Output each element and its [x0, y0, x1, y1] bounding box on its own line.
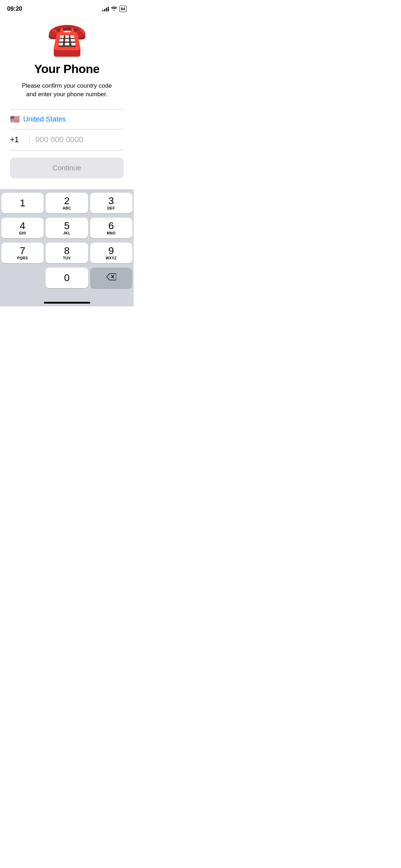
key-delete[interactable]	[90, 268, 132, 288]
key-2[interactable]: 2 ABC	[46, 193, 88, 213]
key-4[interactable]: 4 GHI	[1, 218, 43, 238]
country-name: United States	[23, 115, 66, 123]
battery-level: 84	[121, 7, 125, 11]
keyboard-row-3: 7 PQRS 8 TUV 9 WXYZ	[1, 243, 132, 263]
wifi-icon	[111, 6, 117, 12]
page-title: Your Phone	[14, 62, 119, 76]
key-7[interactable]: 7 PQRS	[1, 243, 43, 263]
key-0[interactable]: 0	[46, 268, 88, 288]
status-time: 09:20	[7, 5, 22, 12]
keyboard-row-2: 4 GHI 5 JKL 6 MNO	[1, 218, 132, 238]
phone-input-row: +1	[10, 129, 124, 150]
keyboard-row-4: 0	[1, 268, 132, 288]
page-subtitle: Please confirm your country codeand ente…	[14, 82, 119, 99]
key-5[interactable]: 5 JKL	[46, 218, 88, 238]
home-indicator	[0, 299, 134, 306]
battery-icon: 84	[119, 6, 127, 12]
continue-button[interactable]: Continue	[10, 157, 124, 179]
key-8[interactable]: 8 TUV	[46, 243, 88, 263]
phone-number-input[interactable]	[30, 135, 133, 144]
main-content: ☎️ Your Phone Please confirm your countr…	[0, 16, 134, 99]
country-flag: 🇺🇸	[10, 115, 20, 124]
delete-icon	[106, 273, 116, 283]
key-6[interactable]: 6 MNO	[90, 218, 132, 238]
phone-icon: ☎️	[14, 23, 119, 55]
key-empty	[1, 268, 43, 288]
numeric-keyboard: 1 2 ABC 3 DEF 4 GHI 5 JKL 6 MNO 7 PQRS	[0, 189, 134, 299]
keyboard-row-1: 1 2 ABC 3 DEF	[1, 193, 132, 213]
home-bar	[44, 302, 90, 304]
status-icons: 84	[102, 6, 127, 12]
signal-icon	[102, 6, 109, 11]
status-bar: 09:20 84	[0, 0, 134, 16]
key-1[interactable]: 1	[1, 193, 43, 213]
key-9[interactable]: 9 WXYZ	[90, 243, 132, 263]
form-section: 🇺🇸 United States +1	[0, 109, 134, 150]
country-code: +1	[10, 135, 30, 144]
country-selector[interactable]: 🇺🇸 United States	[10, 110, 124, 129]
key-3[interactable]: 3 DEF	[90, 193, 132, 213]
